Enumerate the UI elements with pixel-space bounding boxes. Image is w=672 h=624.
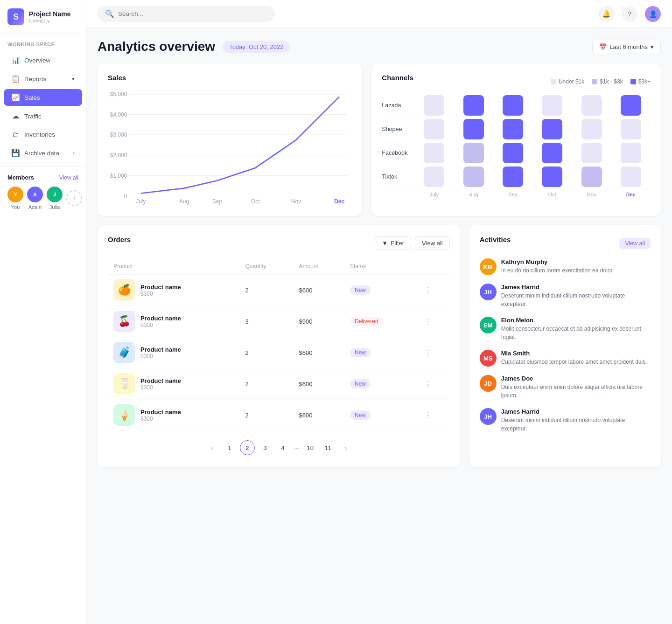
product-price: $300 [140, 416, 181, 422]
row-menu-button[interactable]: ⋮ [424, 349, 432, 357]
sidebar-item-reports[interactable]: 📋 Reports ▾ [4, 70, 82, 87]
svg-text:Aug: Aug [179, 198, 189, 205]
page-header: Analytics overview Today: Oct 20, 2022 📅… [98, 39, 661, 54]
channel-cell [542, 95, 562, 116]
page-1-button[interactable]: 1 [222, 440, 237, 455]
sidebar-item-sales[interactable]: 📈 Sales [4, 89, 82, 106]
page-10-button[interactable]: 10 [303, 440, 318, 455]
overview-icon: 📊 [11, 56, 20, 64]
sidebar-item-overview[interactable]: 📊 Overview [4, 52, 82, 69]
topbar-actions: 🔔 ? 👤 [598, 6, 661, 22]
product-info: Product name $300 [140, 315, 181, 328]
filter-icon: ▼ [382, 240, 388, 247]
bottom-row: Orders ▼ Filter View all Product Quantit… [98, 225, 661, 467]
legend-3kplus-label: $3k+ [638, 78, 651, 85]
activity-avatar: MS [480, 350, 497, 367]
member-you: Y You [7, 187, 23, 210]
svg-text:$1,000: $1,000 [110, 173, 127, 179]
order-amount: $600 [294, 400, 344, 431]
channel-cell [463, 143, 484, 163]
activity-content: Mia Smith Cupidatat eiusmod tempor labor… [501, 350, 651, 367]
user-avatar[interactable]: 👤 [645, 6, 661, 22]
activity-avatar: EM [480, 317, 497, 333]
activities-view-all-button[interactable]: View all [619, 238, 651, 249]
channel-cell [581, 95, 602, 116]
product-info: Product name $300 [140, 377, 181, 391]
activity-content: James Harrid Deserunt minim indidunt cil… [501, 408, 651, 433]
title-left: Analytics overview Today: Oct 20, 2022 [98, 39, 290, 54]
channel-cell [621, 95, 641, 116]
period-selector[interactable]: 📅 Last 6 months ▾ [592, 40, 661, 54]
charts-row: Sales $5,000 $4,000 $3,000 $2,000 [98, 63, 661, 216]
help-button[interactable]: ? [622, 6, 637, 22]
svg-text:$2,000: $2,000 [110, 152, 127, 159]
sidebar-item-traffic[interactable]: ☁ Traffic [4, 108, 82, 125]
row-menu-button[interactable]: ⋮ [424, 318, 432, 326]
svg-text:July: July [136, 198, 146, 205]
app-category: Category [29, 18, 70, 23]
channel-cell [542, 166, 562, 187]
working-space-label: Working space [0, 34, 86, 51]
row-menu-button[interactable]: ⋮ [424, 411, 432, 419]
main-area: 🔍 🔔 ? 👤 Analytics overview Today: Oct 20… [86, 0, 672, 624]
row-menu-button[interactable]: ⋮ [424, 380, 432, 388]
search-input[interactable] [118, 10, 267, 17]
members-title: Members [7, 174, 34, 181]
notification-button[interactable]: 🔔 [598, 6, 614, 22]
activity-avatar: JD [480, 375, 497, 392]
page-4-button[interactable]: 4 [275, 440, 290, 455]
sidebar-item-archive[interactable]: 💾 Archive data › [4, 145, 82, 161]
product-name: Product name [140, 346, 181, 353]
avatar-you[interactable]: Y [7, 187, 23, 202]
channel-cell [503, 166, 523, 187]
channel-cell [581, 143, 602, 163]
add-member-button[interactable]: + [66, 190, 82, 206]
activity-item: MS Mia Smith Cupidatat eiusmod tempor la… [480, 350, 651, 367]
product-image: 🍊 [113, 279, 135, 301]
filter-button[interactable]: ▼ Filter [375, 236, 411, 250]
svg-text:Sep: Sep [212, 198, 223, 205]
members-view-all[interactable]: View all [59, 174, 78, 181]
prev-page-button[interactable]: ‹ [204, 440, 219, 455]
channel-label: Tiktok [382, 165, 414, 189]
page-3-button[interactable]: 3 [258, 440, 273, 455]
topbar: 🔍 🔔 ? 👤 [86, 0, 672, 28]
pagination: ‹ 1 2 3 4 ··· 10 11 › [108, 431, 450, 457]
product-info: Product name $300 [140, 346, 181, 360]
page-2-button[interactable]: 2 [240, 440, 255, 455]
activity-name: James Harrid [501, 284, 651, 291]
channel-cell [581, 119, 602, 139]
channel-cell [463, 119, 484, 139]
table-row: 🧳 Product name $300 2$600New⋮ [108, 337, 450, 368]
sidebar-item-inventories[interactable]: 🗂 Inventories [4, 126, 82, 143]
product-cell: 🥛 Product name $300 [113, 373, 234, 395]
orders-card: Orders ▼ Filter View all Product Quantit… [98, 225, 460, 467]
next-page-button[interactable]: › [338, 440, 353, 455]
channel-cell [503, 143, 523, 163]
channel-cell [621, 143, 641, 163]
table-row: 🍦 Product name $300 2$600New⋮ [108, 400, 450, 431]
product-cell: 🍦 Product name $300 [113, 404, 234, 426]
order-amount: $600 [294, 337, 344, 368]
sidebar-item-label: Sales [24, 94, 75, 101]
order-quantity: 3 [240, 306, 294, 337]
orders-view-all-button[interactable]: View all [415, 236, 450, 250]
order-amount: $600 [294, 275, 344, 306]
member-julia-label: Julia [49, 204, 60, 210]
period-label: Last 6 months [609, 43, 648, 50]
avatar-julia[interactable]: J [47, 187, 63, 202]
svg-text:Nov: Nov [291, 198, 301, 205]
avatar-adam[interactable]: A [27, 187, 43, 202]
page-11-button[interactable]: 11 [321, 440, 336, 455]
page-dots: ··· [293, 444, 300, 451]
svg-text:$4,000: $4,000 [110, 111, 127, 118]
chevron-right-icon: › [73, 150, 75, 156]
order-quantity: 2 [240, 368, 294, 400]
sidebar: S Project Name Category Working space 📊 … [0, 0, 86, 624]
legend-under1k-dot [551, 79, 556, 84]
svg-text:$5,000: $5,000 [110, 91, 127, 97]
member-adam: A Adam [27, 187, 43, 210]
row-menu-button[interactable]: ⋮ [424, 286, 432, 294]
channel-cell [503, 95, 523, 116]
search-box[interactable]: 🔍 [98, 6, 275, 22]
